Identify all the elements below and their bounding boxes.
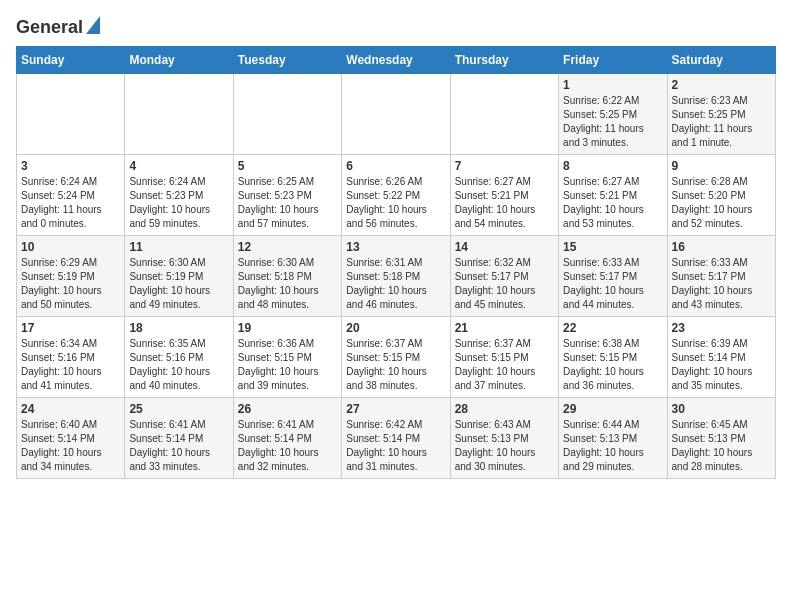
day-info: Sunrise: 6:39 AM Sunset: 5:14 PM Dayligh… bbox=[672, 337, 771, 393]
col-header-thursday: Thursday bbox=[450, 47, 558, 74]
day-info: Sunrise: 6:40 AM Sunset: 5:14 PM Dayligh… bbox=[21, 418, 120, 474]
day-info: Sunrise: 6:25 AM Sunset: 5:23 PM Dayligh… bbox=[238, 175, 337, 231]
day-number: 27 bbox=[346, 402, 445, 416]
day-number: 6 bbox=[346, 159, 445, 173]
calendar-cell: 8Sunrise: 6:27 AM Sunset: 5:21 PM Daylig… bbox=[559, 155, 667, 236]
day-info: Sunrise: 6:41 AM Sunset: 5:14 PM Dayligh… bbox=[238, 418, 337, 474]
calendar-table: SundayMondayTuesdayWednesdayThursdayFrid… bbox=[16, 46, 776, 479]
calendar-cell: 11Sunrise: 6:30 AM Sunset: 5:19 PM Dayli… bbox=[125, 236, 233, 317]
day-number: 3 bbox=[21, 159, 120, 173]
logo-triangle-icon bbox=[86, 16, 100, 38]
calendar-cell bbox=[233, 74, 341, 155]
calendar-cell: 14Sunrise: 6:32 AM Sunset: 5:17 PM Dayli… bbox=[450, 236, 558, 317]
calendar-cell bbox=[17, 74, 125, 155]
day-number: 29 bbox=[563, 402, 662, 416]
logo-text-general: General bbox=[16, 17, 83, 38]
day-number: 18 bbox=[129, 321, 228, 335]
day-number: 19 bbox=[238, 321, 337, 335]
day-number: 21 bbox=[455, 321, 554, 335]
col-header-tuesday: Tuesday bbox=[233, 47, 341, 74]
day-info: Sunrise: 6:38 AM Sunset: 5:15 PM Dayligh… bbox=[563, 337, 662, 393]
calendar-cell: 18Sunrise: 6:35 AM Sunset: 5:16 PM Dayli… bbox=[125, 317, 233, 398]
day-info: Sunrise: 6:33 AM Sunset: 5:17 PM Dayligh… bbox=[672, 256, 771, 312]
calendar-cell: 26Sunrise: 6:41 AM Sunset: 5:14 PM Dayli… bbox=[233, 398, 341, 479]
day-info: Sunrise: 6:27 AM Sunset: 5:21 PM Dayligh… bbox=[563, 175, 662, 231]
day-number: 8 bbox=[563, 159, 662, 173]
col-header-friday: Friday bbox=[559, 47, 667, 74]
svg-marker-0 bbox=[86, 16, 100, 34]
calendar-cell: 5Sunrise: 6:25 AM Sunset: 5:23 PM Daylig… bbox=[233, 155, 341, 236]
day-info: Sunrise: 6:37 AM Sunset: 5:15 PM Dayligh… bbox=[455, 337, 554, 393]
day-number: 16 bbox=[672, 240, 771, 254]
day-info: Sunrise: 6:28 AM Sunset: 5:20 PM Dayligh… bbox=[672, 175, 771, 231]
day-number: 2 bbox=[672, 78, 771, 92]
day-number: 14 bbox=[455, 240, 554, 254]
day-number: 22 bbox=[563, 321, 662, 335]
day-info: Sunrise: 6:23 AM Sunset: 5:25 PM Dayligh… bbox=[672, 94, 771, 150]
day-info: Sunrise: 6:43 AM Sunset: 5:13 PM Dayligh… bbox=[455, 418, 554, 474]
calendar-cell: 9Sunrise: 6:28 AM Sunset: 5:20 PM Daylig… bbox=[667, 155, 775, 236]
day-number: 23 bbox=[672, 321, 771, 335]
calendar-cell: 29Sunrise: 6:44 AM Sunset: 5:13 PM Dayli… bbox=[559, 398, 667, 479]
calendar-cell: 15Sunrise: 6:33 AM Sunset: 5:17 PM Dayli… bbox=[559, 236, 667, 317]
day-number: 9 bbox=[672, 159, 771, 173]
calendar-cell: 21Sunrise: 6:37 AM Sunset: 5:15 PM Dayli… bbox=[450, 317, 558, 398]
day-info: Sunrise: 6:35 AM Sunset: 5:16 PM Dayligh… bbox=[129, 337, 228, 393]
day-info: Sunrise: 6:37 AM Sunset: 5:15 PM Dayligh… bbox=[346, 337, 445, 393]
calendar-cell: 20Sunrise: 6:37 AM Sunset: 5:15 PM Dayli… bbox=[342, 317, 450, 398]
day-info: Sunrise: 6:33 AM Sunset: 5:17 PM Dayligh… bbox=[563, 256, 662, 312]
day-info: Sunrise: 6:30 AM Sunset: 5:18 PM Dayligh… bbox=[238, 256, 337, 312]
calendar-cell: 22Sunrise: 6:38 AM Sunset: 5:15 PM Dayli… bbox=[559, 317, 667, 398]
day-number: 20 bbox=[346, 321, 445, 335]
calendar-cell bbox=[125, 74, 233, 155]
calendar-cell: 23Sunrise: 6:39 AM Sunset: 5:14 PM Dayli… bbox=[667, 317, 775, 398]
day-info: Sunrise: 6:41 AM Sunset: 5:14 PM Dayligh… bbox=[129, 418, 228, 474]
calendar-cell: 24Sunrise: 6:40 AM Sunset: 5:14 PM Dayli… bbox=[17, 398, 125, 479]
col-header-saturday: Saturday bbox=[667, 47, 775, 74]
day-info: Sunrise: 6:24 AM Sunset: 5:23 PM Dayligh… bbox=[129, 175, 228, 231]
day-info: Sunrise: 6:32 AM Sunset: 5:17 PM Dayligh… bbox=[455, 256, 554, 312]
col-header-sunday: Sunday bbox=[17, 47, 125, 74]
day-info: Sunrise: 6:24 AM Sunset: 5:24 PM Dayligh… bbox=[21, 175, 120, 231]
day-number: 1 bbox=[563, 78, 662, 92]
day-number: 5 bbox=[238, 159, 337, 173]
day-info: Sunrise: 6:42 AM Sunset: 5:14 PM Dayligh… bbox=[346, 418, 445, 474]
day-number: 7 bbox=[455, 159, 554, 173]
calendar-header: SundayMondayTuesdayWednesdayThursdayFrid… bbox=[17, 47, 776, 74]
calendar-cell: 17Sunrise: 6:34 AM Sunset: 5:16 PM Dayli… bbox=[17, 317, 125, 398]
day-number: 24 bbox=[21, 402, 120, 416]
calendar-cell: 6Sunrise: 6:26 AM Sunset: 5:22 PM Daylig… bbox=[342, 155, 450, 236]
day-info: Sunrise: 6:26 AM Sunset: 5:22 PM Dayligh… bbox=[346, 175, 445, 231]
calendar-cell bbox=[450, 74, 558, 155]
day-info: Sunrise: 6:34 AM Sunset: 5:16 PM Dayligh… bbox=[21, 337, 120, 393]
calendar-cell: 30Sunrise: 6:45 AM Sunset: 5:13 PM Dayli… bbox=[667, 398, 775, 479]
day-number: 30 bbox=[672, 402, 771, 416]
col-header-monday: Monday bbox=[125, 47, 233, 74]
logo: General bbox=[16, 16, 100, 36]
day-info: Sunrise: 6:44 AM Sunset: 5:13 PM Dayligh… bbox=[563, 418, 662, 474]
calendar-cell: 1Sunrise: 6:22 AM Sunset: 5:25 PM Daylig… bbox=[559, 74, 667, 155]
calendar-cell bbox=[342, 74, 450, 155]
day-number: 28 bbox=[455, 402, 554, 416]
calendar-body: 1Sunrise: 6:22 AM Sunset: 5:25 PM Daylig… bbox=[17, 74, 776, 479]
calendar-cell: 7Sunrise: 6:27 AM Sunset: 5:21 PM Daylig… bbox=[450, 155, 558, 236]
day-number: 13 bbox=[346, 240, 445, 254]
col-header-wednesday: Wednesday bbox=[342, 47, 450, 74]
calendar-cell: 2Sunrise: 6:23 AM Sunset: 5:25 PM Daylig… bbox=[667, 74, 775, 155]
calendar-cell: 3Sunrise: 6:24 AM Sunset: 5:24 PM Daylig… bbox=[17, 155, 125, 236]
calendar-cell: 12Sunrise: 6:30 AM Sunset: 5:18 PM Dayli… bbox=[233, 236, 341, 317]
day-info: Sunrise: 6:27 AM Sunset: 5:21 PM Dayligh… bbox=[455, 175, 554, 231]
page-header: General bbox=[16, 16, 776, 36]
day-number: 4 bbox=[129, 159, 228, 173]
day-number: 26 bbox=[238, 402, 337, 416]
calendar-cell: 4Sunrise: 6:24 AM Sunset: 5:23 PM Daylig… bbox=[125, 155, 233, 236]
day-number: 12 bbox=[238, 240, 337, 254]
day-number: 10 bbox=[21, 240, 120, 254]
day-number: 25 bbox=[129, 402, 228, 416]
day-info: Sunrise: 6:30 AM Sunset: 5:19 PM Dayligh… bbox=[129, 256, 228, 312]
calendar-cell: 13Sunrise: 6:31 AM Sunset: 5:18 PM Dayli… bbox=[342, 236, 450, 317]
calendar-cell: 25Sunrise: 6:41 AM Sunset: 5:14 PM Dayli… bbox=[125, 398, 233, 479]
calendar-cell: 27Sunrise: 6:42 AM Sunset: 5:14 PM Dayli… bbox=[342, 398, 450, 479]
day-number: 17 bbox=[21, 321, 120, 335]
day-info: Sunrise: 6:29 AM Sunset: 5:19 PM Dayligh… bbox=[21, 256, 120, 312]
